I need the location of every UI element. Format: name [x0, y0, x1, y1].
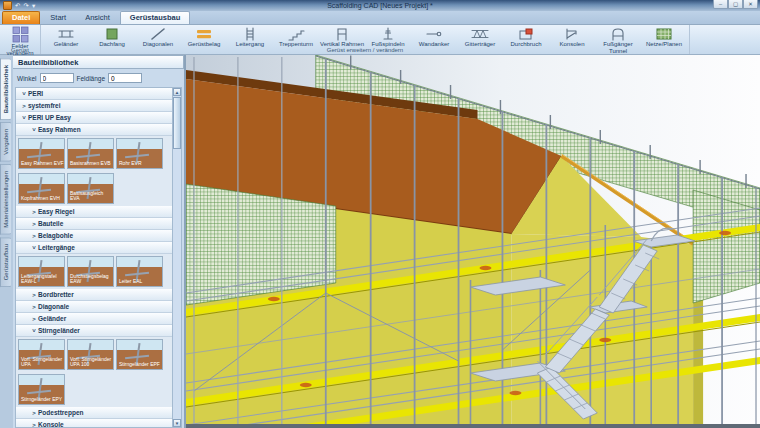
tree-item-konsole[interactable]: ˃Konsole: [16, 419, 172, 428]
gittertraeger-button[interactable]: Gitterträger: [457, 26, 503, 48]
qat-dropdown-icon[interactable]: ▾: [32, 2, 35, 10]
side-tab-bauteilbibliothek[interactable]: Bauteilbibliothek: [0, 58, 11, 120]
feldlaenge-input[interactable]: [108, 73, 142, 83]
tree-item-peri[interactable]: ˅PERI: [16, 88, 172, 100]
library-thumb-basisausgleich-eva[interactable]: Basisausgleich EVA: [67, 173, 114, 204]
undo-icon[interactable]: ↶: [15, 2, 20, 10]
dachfang-button[interactable]: Dachfang: [89, 26, 135, 48]
konsolen-button[interactable]: Konsolen: [549, 26, 595, 48]
vertikal-rahmen-button[interactable]: Vertikal Rahmen: [319, 26, 365, 48]
thumb-label: Vorl. Stirngeländer UPA 100: [70, 357, 113, 369]
tree-item-leitergaenge[interactable]: ˅Leitergänge: [16, 242, 172, 254]
tree-item-label: Easy Rahmen: [38, 126, 81, 133]
expand-icon[interactable]: ˃: [30, 316, 38, 322]
tree-item-bordbretter[interactable]: ˃Bordbretter: [16, 289, 172, 301]
scroll-up-icon[interactable]: ▲: [173, 88, 181, 96]
thumb-label: Stirngeländer EPF: [119, 362, 160, 368]
library-scrollbar[interactable]: ▲ ▼: [172, 88, 181, 427]
tree-item-bauteile[interactable]: ˃Bauteile: [16, 218, 172, 230]
thumb-label: Leitergangstafel EAW-L: [21, 274, 64, 286]
redo-icon[interactable]: ↷: [23, 2, 28, 10]
durchbruch-icon: [517, 26, 535, 41]
close-button[interactable]: ✕: [743, 0, 758, 9]
tree-item-gelaender[interactable]: ˃Geländer: [16, 313, 172, 325]
thumb-row: Leitergangstafel EAW-L Durchstiegsbelag …: [16, 254, 172, 289]
library-thumb-rohr-evr[interactable]: Rohr EVR: [116, 138, 163, 169]
netze-planen-icon: [655, 26, 673, 41]
library-thumb-stirngelaender-epy[interactable]: Stirngeländer EPY: [18, 374, 65, 405]
tree-item-stirngelaender[interactable]: ˅Stirngeländer: [16, 325, 172, 337]
library-thumb-easy-rahmen-evf[interactable]: Easy Rahmen EVF: [18, 138, 65, 169]
library-thumb-stirngelaender-epf[interactable]: Stirngeländer EPF: [116, 339, 163, 370]
expand-icon[interactable]: ˃: [30, 410, 38, 416]
title-bar: ↶ ↷ ▾ Scaffolding CAD [Neues Projekt] * …: [0, 0, 760, 11]
tree-item-label: Stirngeländer: [38, 327, 80, 334]
library-thumb-vorl-stirngelaender-upa[interactable]: Vorl. Stirngeländer UPA: [18, 339, 65, 370]
leitergang-button[interactable]: Leitergang: [227, 26, 273, 48]
tree-item-easy-rahmen[interactable]: ˅Easy Rahmen: [16, 124, 172, 136]
expand-icon[interactable]: ˅: [30, 328, 38, 334]
tab-ansicht[interactable]: Ansicht: [76, 12, 119, 24]
side-tab-geruestaufbau[interactable]: Gerüstaufbau: [0, 237, 11, 287]
expand-icon[interactable]: ˅: [30, 245, 38, 251]
ribbon-group-geruest: Felder verändern Gerüst: [0, 25, 41, 54]
geruestbelag-button[interactable]: Gerüstbelag: [181, 26, 227, 48]
library-thumb-leitergangstafel-eaw-l[interactable]: Leitergangstafel EAW-L: [18, 256, 65, 287]
library-thumb-vorl-stirngelaender-upa-100[interactable]: Vorl. Stirngeländer UPA 100: [67, 339, 114, 370]
netze-planen-button[interactable]: Netze/Planen: [641, 26, 687, 48]
gelaender-icon: [57, 26, 75, 41]
expand-icon[interactable]: ˃: [30, 233, 38, 239]
feldlaenge-label: Feldlänge: [77, 75, 106, 82]
tab-start[interactable]: Start: [41, 12, 75, 24]
wandanker-button[interactable]: Wandanker: [411, 26, 457, 48]
expand-icon[interactable]: ˅: [20, 115, 28, 121]
side-tab-vorgaben[interactable]: Vorgaben: [0, 122, 11, 162]
tree-item-easy-riegel[interactable]: ˃Easy Riegel: [16, 206, 172, 218]
expand-icon[interactable]: ˃: [30, 304, 38, 310]
tree-item-label: Diagonale: [38, 303, 69, 310]
winkel-input[interactable]: [40, 73, 74, 83]
tree-item-label: PERI UP Easy: [28, 114, 71, 121]
tree-item-systemfrei[interactable]: ˃systemfrei: [16, 100, 172, 112]
viewport-3d[interactable]: [185, 55, 760, 428]
thumb-row: Kopfrahmen EVH Basisausgleich EVA: [16, 171, 172, 206]
scrollbar-thumb[interactable]: [173, 97, 181, 149]
expand-icon[interactable]: ˃: [20, 103, 28, 109]
expand-icon[interactable]: ˃: [30, 209, 38, 215]
tree-item-label: Podesttreppen: [38, 409, 84, 416]
tree-item-podesttreppen[interactable]: ˃Podesttreppen: [16, 407, 172, 419]
library-thumb-durchstiegsbelag-eaw[interactable]: Durchstiegsbelag EAW: [67, 256, 114, 287]
thumb-label: Easy Rahmen EVF: [21, 161, 64, 167]
gelaender-button[interactable]: Geländer: [43, 26, 89, 48]
library-thumb-leiter-eal[interactable]: Leiter EAL: [116, 256, 163, 287]
window-controls: – ▢ ✕: [713, 0, 758, 9]
durchbruch-button[interactable]: Durchbruch: [503, 26, 549, 48]
app-icon[interactable]: [3, 1, 12, 10]
thumb-label: Basisrahmen EVB: [70, 161, 111, 167]
library-thumb-basisrahmen-evb[interactable]: Basisrahmen EVB: [67, 138, 114, 169]
fussspindeln-button[interactable]: Fußspindeln: [365, 26, 411, 48]
minimize-button[interactable]: –: [713, 0, 728, 9]
diagonalen-button[interactable]: Diagonalen: [135, 26, 181, 48]
tree-item-belagbohle[interactable]: ˃Belagbohle: [16, 230, 172, 242]
library-thumb-kopfrahmen-evh[interactable]: Kopfrahmen EVH: [18, 173, 65, 204]
wandanker-icon: [425, 26, 443, 41]
ribbon-group-erweitern: Geländer Dachfang Diagonalen Gerüstbelag…: [41, 25, 690, 54]
tree-item-diagonale[interactable]: ˃Diagonale: [16, 301, 172, 313]
expand-icon[interactable]: ˃: [30, 292, 38, 298]
quick-access-toolbar: ↶ ↷ ▾: [3, 1, 35, 10]
expand-icon[interactable]: ˃: [30, 221, 38, 227]
tab-geruestausbau[interactable]: Gerüstausbau: [120, 11, 190, 24]
library-fields: Winkel Feldlänge: [13, 69, 184, 87]
expand-icon[interactable]: ˅: [30, 127, 38, 133]
tree-item-peri-up-easy[interactable]: ˅PERI UP Easy: [16, 112, 172, 124]
expand-icon[interactable]: ˅: [20, 91, 28, 97]
tree-item-label: Bauteile: [38, 220, 63, 227]
side-tab-materialeinstellungen[interactable]: Materialeinstellungen: [0, 164, 11, 235]
tab-datei[interactable]: Datei: [2, 11, 40, 24]
expand-icon[interactable]: ˃: [30, 422, 38, 428]
treppenturm-button[interactable]: Treppenturm: [273, 26, 319, 48]
scroll-down-icon[interactable]: ▼: [173, 419, 181, 427]
thumb-label: Kopfrahmen EVH: [21, 196, 60, 202]
maximize-button[interactable]: ▢: [728, 0, 743, 9]
